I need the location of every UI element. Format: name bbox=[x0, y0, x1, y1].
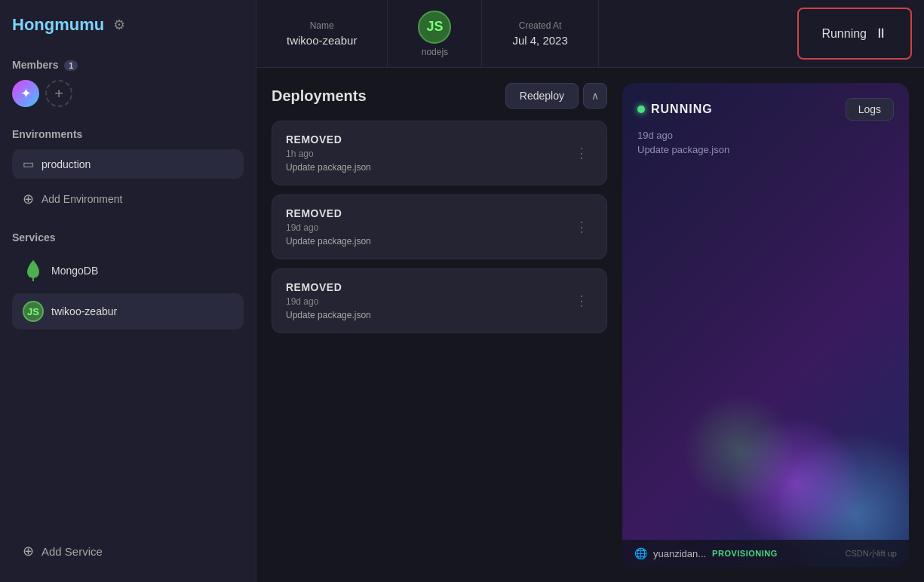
running-commit: Update package.json bbox=[637, 144, 894, 155]
add-service-button[interactable]: ⊕ Add Service bbox=[12, 535, 244, 567]
running-status: RUNNING bbox=[637, 103, 713, 116]
deployments-title: Deployments bbox=[272, 87, 367, 105]
deployment-card[interactable]: REMOVED 1h ago Update package.json ⋮ bbox=[272, 121, 607, 185]
workspace-title: Hongmumu bbox=[12, 15, 104, 35]
running-header: RUNNING Logs bbox=[637, 98, 894, 121]
mongodb-service-label: MongoDB bbox=[51, 265, 98, 277]
more-options-button[interactable]: ⋮ bbox=[572, 216, 593, 238]
chevron-up-icon: ∧ bbox=[591, 90, 599, 102]
members-count-badge: 1 bbox=[64, 60, 78, 71]
deployment-commit: Update package.json bbox=[286, 236, 371, 247]
runtime-section: JS nodejs bbox=[388, 0, 482, 67]
running-panel: RUNNING Logs 19d ago Update package.json… bbox=[622, 83, 909, 567]
plus-circle-icon: ⊕ bbox=[23, 191, 34, 207]
members-section-label: Members 1 bbox=[12, 59, 244, 71]
more-options-button[interactable]: ⋮ bbox=[572, 289, 593, 312]
sidebar-header: Hongmumu ⚙ bbox=[12, 15, 244, 35]
twikoo-service-label: twikoo-zeabur bbox=[51, 305, 117, 317]
created-at-section: Created At Jul 4, 2023 bbox=[482, 0, 598, 67]
environments-section-label: Environments bbox=[12, 128, 244, 140]
plus-circle-icon-service: ⊕ bbox=[23, 543, 34, 559]
gear-icon: ⚙ bbox=[113, 17, 125, 33]
deployment-time: 19d ago bbox=[286, 222, 371, 233]
production-env-item[interactable]: ▭ production bbox=[12, 149, 244, 179]
deployment-card-info: REMOVED 19d ago Update package.json bbox=[286, 281, 371, 320]
name-value: twikoo-zeabur bbox=[287, 34, 357, 47]
add-member-button[interactable]: + bbox=[45, 80, 72, 107]
provisioning-badge: PROVISIONING bbox=[712, 549, 778, 558]
server-icon: ▭ bbox=[23, 157, 34, 171]
running-time: 19d ago bbox=[637, 130, 894, 141]
deployment-status: REMOVED bbox=[286, 207, 371, 219]
deployment-status: REMOVED bbox=[286, 133, 371, 146]
nodejs-runtime-icon: JS bbox=[418, 11, 451, 44]
status-indicator bbox=[637, 106, 645, 113]
pause-icon: ⏸ bbox=[874, 26, 888, 41]
deployment-card-info: REMOVED 19d ago Update package.json bbox=[286, 207, 371, 247]
services-section-label: Services bbox=[12, 231, 244, 244]
deployment-card[interactable]: REMOVED 19d ago Update package.json ⋮ bbox=[272, 268, 607, 333]
top-bar: Name twikoo-zeabur JS nodejs Created At … bbox=[256, 0, 924, 68]
name-section: Name twikoo-zeabur bbox=[256, 0, 388, 67]
add-environment-button[interactable]: ⊕ Add Environment bbox=[12, 185, 244, 213]
deployments-header: Deployments Redeploy ∧ bbox=[272, 83, 607, 109]
deployment-time: 1h ago bbox=[286, 149, 371, 159]
deployment-commit: Update package.json bbox=[286, 162, 371, 173]
deployment-card-info: REMOVED 1h ago Update package.json bbox=[286, 133, 371, 173]
running-panel-content: RUNNING Logs 19d ago Update package.json bbox=[622, 83, 909, 567]
deployment-card[interactable]: REMOVED 19d ago Update package.json ⋮ bbox=[272, 195, 607, 259]
production-label: production bbox=[41, 158, 91, 170]
add-environment-label: Add Environment bbox=[41, 193, 122, 205]
nodejs-icon: JS bbox=[23, 301, 44, 322]
sidebar: Hongmumu ⚙ Members 1 ✦ + Environments ▭ … bbox=[0, 0, 256, 582]
glow-orb-3 bbox=[683, 394, 796, 507]
add-service-label: Add Service bbox=[41, 545, 103, 558]
status-section[interactable]: Running ⏸ bbox=[797, 8, 912, 60]
deployment-time: 19d ago bbox=[286, 296, 371, 307]
logs-label: Logs bbox=[858, 103, 881, 115]
globe-icon: 🌐 bbox=[634, 547, 647, 559]
redeploy-label: Redeploy bbox=[520, 90, 564, 102]
running-label: RUNNING bbox=[651, 103, 713, 116]
member-avatar[interactable]: ✦ bbox=[12, 80, 39, 107]
redeploy-button[interactable]: Redeploy bbox=[505, 83, 579, 109]
deployments-left: Deployments Redeploy ∧ REMOVED 1h ago bbox=[272, 83, 607, 567]
created-at-value: Jul 4, 2023 bbox=[512, 34, 567, 47]
status-text: Running bbox=[821, 27, 867, 41]
mongodb-icon bbox=[23, 260, 44, 281]
settings-button[interactable]: ⚙ bbox=[112, 15, 127, 35]
deployment-status: REMOVED bbox=[286, 281, 371, 293]
svg-rect-0 bbox=[32, 277, 34, 281]
twikoo-service-item[interactable]: JS twikoo-zeabur bbox=[12, 293, 244, 329]
deployment-commit: Update package.json bbox=[286, 310, 371, 320]
watermark-text: CSDN小lift up bbox=[846, 548, 897, 559]
members-row: ✦ + bbox=[12, 80, 244, 107]
more-options-button[interactable]: ⋮ bbox=[572, 142, 593, 164]
main-content: Name twikoo-zeabur JS nodejs Created At … bbox=[256, 0, 924, 582]
bottom-bar: 🌐 yuanzidan... PROVISIONING CSDN小lift up bbox=[622, 540, 909, 567]
created-at-label: Created At bbox=[519, 20, 562, 31]
logs-button[interactable]: Logs bbox=[846, 98, 894, 121]
environments-section: Environments ▭ production ⊕ Add Environm… bbox=[12, 125, 244, 213]
deployments-area: Deployments Redeploy ∧ REMOVED 1h ago bbox=[256, 68, 924, 582]
glow-orb-2 bbox=[728, 416, 864, 552]
services-section: Services MongoDB JS twikoo-zeabur ⊕ Add … bbox=[12, 228, 244, 567]
mongodb-service-item[interactable]: MongoDB bbox=[12, 253, 244, 289]
name-label: Name bbox=[310, 20, 334, 31]
runtime-label: nodejs bbox=[422, 47, 448, 57]
collapse-button[interactable]: ∧ bbox=[583, 83, 607, 109]
deployment-cards: REMOVED 1h ago Update package.json ⋮ REM… bbox=[272, 121, 607, 333]
domain-text: yuanzidan... bbox=[653, 548, 706, 559]
